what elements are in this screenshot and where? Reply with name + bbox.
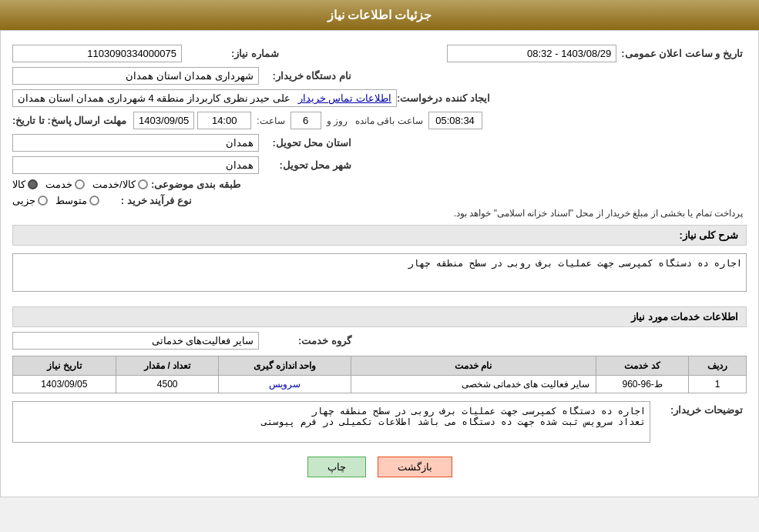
page-title: جزئیات اطلاعات نیاز xyxy=(327,8,432,22)
print-button[interactable]: چاپ xyxy=(307,457,366,477)
category-kala-khedmat-label: کالا/خدمت xyxy=(92,179,136,190)
days-label: روز و xyxy=(327,115,348,126)
category-option-kala[interactable]: کالا xyxy=(12,179,38,190)
radio-kala-icon xyxy=(28,179,38,189)
category-radio-group: کالا/خدمت خدمت کالا xyxy=(12,179,148,190)
category-kala-label: کالا xyxy=(12,179,25,190)
province-label: استان محل تحویل: xyxy=(259,137,351,149)
service-group-value: سایر فعالیت‌های خدماتی xyxy=(12,332,259,350)
need-number-value: 1103090334000075 xyxy=(12,45,182,62)
cell-qty: 4500 xyxy=(116,376,219,393)
creator-value: علی حیدر نظری کاربرداز منطقه 4 شهرداری ه… xyxy=(18,92,291,104)
col-name: نام خدمت xyxy=(351,356,596,376)
deadline-label: مهلت ارسال پاسخ: تا تاریخ: xyxy=(12,115,126,126)
cell-row: 1 xyxy=(689,376,747,393)
process-motavas-label: متوسط xyxy=(55,195,87,206)
process-option-motavas[interactable]: متوسط xyxy=(55,195,99,206)
col-code: کد خدمت xyxy=(596,356,688,376)
buyer-org-label: نام دستگاه خریدار: xyxy=(259,70,351,82)
announcement-value: 1403/08/29 - 08:32 xyxy=(447,45,616,62)
radio-khedmat-icon xyxy=(75,179,85,189)
deadline-remaining: 05:08:34 xyxy=(428,112,482,129)
creator-label: ایجاد کننده درخواست: xyxy=(397,92,490,104)
services-table: ردیف کد خدمت نام خدمت واحد اندازه گیری ت… xyxy=(12,356,747,393)
buyer-desc-label: توضیحات خریدار: xyxy=(650,404,743,416)
services-title: اطلاعات خدمات مورد نیاز xyxy=(12,306,747,327)
process-option-jozi[interactable]: جزیی xyxy=(12,195,48,206)
process-radio-group: متوسط جزیی xyxy=(12,195,99,206)
radio-jozi-icon xyxy=(38,196,48,206)
col-date: تاریخ نیاز xyxy=(13,356,116,376)
need-number-label: شماره نیاز: xyxy=(186,48,279,59)
time-label: ساعت: xyxy=(257,115,284,126)
deadline-date: 1403/09/05 xyxy=(133,112,194,129)
radio-kala-khedmat-icon xyxy=(138,179,148,189)
announcement-label: تاریخ و ساعت اعلان عمومی: xyxy=(621,48,743,59)
province-value: همدان xyxy=(12,134,259,152)
city-value: همدان xyxy=(12,156,259,174)
process-jozi-label: جزیی xyxy=(12,195,35,206)
cell-name: سایر فعالیت های خدماتی شخصی xyxy=(351,376,596,393)
buyer-desc-textarea[interactable]: اجاره ده دستگاه کمپرسی جهت عملیات برف رو… xyxy=(12,401,650,443)
buyer-org-value: شهرداری همدان استان همدان xyxy=(12,67,259,85)
back-button[interactable]: بازگشت xyxy=(378,457,452,477)
page-header: جزئیات اطلاعات نیاز xyxy=(0,0,759,30)
city-label: شهر محل تحویل: xyxy=(259,159,351,171)
creator-link[interactable]: اطلاعات تماس خریدار xyxy=(298,92,391,104)
category-khedmat-label: خدمت xyxy=(45,179,72,190)
service-group-label: گروه خدمت: xyxy=(259,335,351,346)
col-row: ردیف xyxy=(689,356,747,376)
process-note: پرداخت تمام یا بخشی از مبلغ خریدار از مح… xyxy=(12,208,747,219)
process-label: نوع فرآیند خرید : xyxy=(99,195,192,206)
button-row: بازگشت چاپ xyxy=(12,457,747,477)
deadline-time: 14:00 xyxy=(197,112,251,129)
cell-date: 1403/09/05 xyxy=(13,376,116,393)
deadline-days: 6 xyxy=(291,112,321,129)
col-unit: واحد اندازه گیری xyxy=(219,356,351,376)
radio-motavas-icon xyxy=(89,196,99,206)
category-option-kala-khedmat[interactable]: کالا/خدمت xyxy=(92,179,148,190)
category-label: طبقه بندی موضوعی: xyxy=(148,179,240,190)
category-option-khedmat[interactable]: خدمت xyxy=(45,179,85,190)
remaining-label: ساعت باقی مانده xyxy=(355,115,423,126)
table-row: 1 ط-96-960 سایر فعالیت های خدماتی شخصی س… xyxy=(13,376,747,393)
need-desc-textarea[interactable]: اجاره ده دستگاه کمپرسی جهت عملیات برف رو… xyxy=(12,253,747,292)
cell-code: ط-96-960 xyxy=(596,376,688,393)
col-qty: تعداد / مقدار xyxy=(116,356,219,376)
need-desc-title: شرح کلی نیاز: xyxy=(12,225,747,246)
cell-unit: سرویس xyxy=(219,376,351,393)
